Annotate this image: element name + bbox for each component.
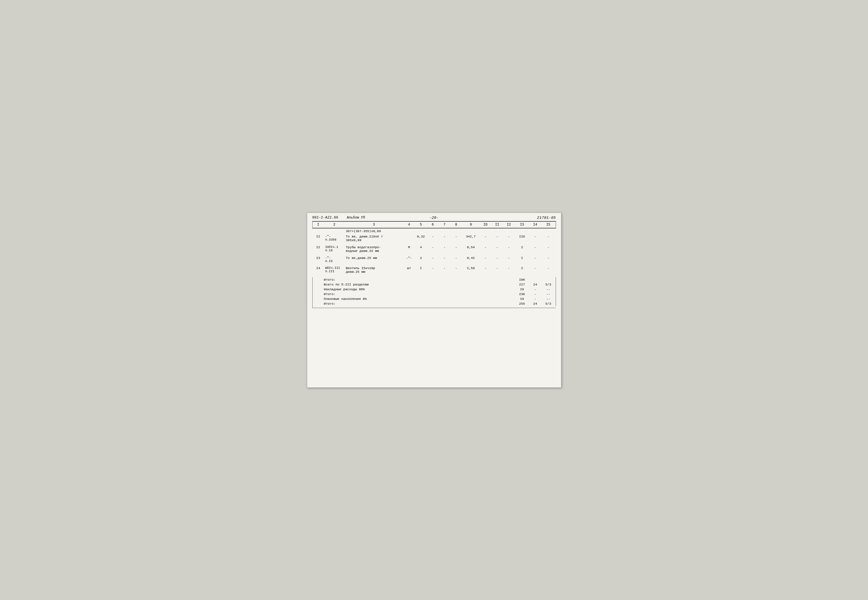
cell: То же, диам.219x6 т385x0,89 bbox=[345, 234, 403, 243]
cell: I,59 bbox=[462, 265, 480, 274]
col-header-11: II bbox=[491, 221, 503, 228]
cell: -"-п.3358 bbox=[324, 234, 345, 243]
cell: - bbox=[529, 265, 541, 274]
cell bbox=[324, 228, 345, 234]
cell bbox=[515, 228, 529, 234]
table-header-row: I 2 3 4 5 6 7 8 9 IO II I2 I3 I4 I5 bbox=[312, 221, 556, 228]
cell: - bbox=[450, 244, 462, 253]
summary-row-nakladnye: Накладные расходы 80% I9 - -- bbox=[312, 287, 556, 292]
summary-val-15: -- bbox=[541, 287, 556, 292]
cell bbox=[503, 228, 515, 234]
summary-val-13: 236 bbox=[515, 292, 529, 297]
summary-val-13: 255 bbox=[515, 301, 529, 306]
cell bbox=[312, 228, 324, 234]
summary-label: Итого: bbox=[312, 292, 515, 297]
col-header-5: 5 bbox=[415, 221, 427, 228]
cell: - bbox=[427, 234, 438, 243]
cell bbox=[462, 228, 480, 234]
header-left: 902-2-А22.86 Альбом УП bbox=[312, 216, 365, 220]
cell: То же,диам.25 мм bbox=[345, 255, 403, 264]
cell bbox=[491, 228, 503, 234]
cell bbox=[541, 228, 556, 234]
col-header-1: I bbox=[312, 221, 324, 228]
cell: - bbox=[427, 255, 438, 264]
cell: - bbox=[503, 255, 515, 264]
cell: Трубы водогазопро-водные диам.32 мм bbox=[345, 244, 403, 253]
cell: 2 bbox=[515, 244, 529, 253]
cell: - bbox=[541, 244, 556, 253]
col-header-9: 9 bbox=[462, 221, 480, 228]
table-bottom bbox=[312, 306, 556, 308]
cell: I bbox=[515, 255, 529, 264]
col-header-3: 3 bbox=[345, 221, 403, 228]
cell: - bbox=[503, 234, 515, 243]
summary-val-15: 5/3 bbox=[541, 301, 556, 306]
summary-val-14: 24 bbox=[529, 301, 541, 306]
cell: - bbox=[491, 244, 503, 253]
summary-row-itogo1: Итого: I86 bbox=[312, 277, 556, 282]
summary-val-14: - bbox=[529, 297, 541, 301]
cell: - bbox=[503, 265, 515, 274]
cell: - bbox=[491, 255, 503, 264]
cell: - bbox=[491, 234, 503, 243]
cell: Вентиль I5кч18рдиам.25 мм bbox=[345, 265, 403, 274]
col-header-10: IO bbox=[480, 221, 491, 228]
cell: - bbox=[529, 255, 541, 264]
bottom-border-row bbox=[312, 306, 556, 308]
cell: - bbox=[480, 244, 491, 253]
summary-label: Итого: bbox=[312, 277, 515, 282]
cell: - bbox=[439, 244, 450, 253]
table-body: 367+(367-355)x0,89 II bbox=[312, 228, 556, 308]
cell: 367+(367-355)x0,89 bbox=[345, 228, 403, 234]
page-number: -29- bbox=[430, 216, 438, 220]
cell: - bbox=[450, 265, 462, 274]
summary-val-14 bbox=[529, 277, 541, 282]
cell: - bbox=[450, 255, 462, 264]
cell: - bbox=[480, 265, 491, 274]
col-header-13: I3 bbox=[515, 221, 529, 228]
ref-number: 21701-05 bbox=[537, 216, 556, 220]
cell: - bbox=[480, 234, 491, 243]
main-table: I 2 3 4 5 6 7 8 9 IO II I2 I3 I4 I5 bbox=[312, 221, 556, 308]
cell-row-num: I2 bbox=[312, 244, 324, 253]
table-row: 367+(367-355)x0,89 bbox=[312, 228, 556, 234]
cell: I bbox=[415, 265, 427, 274]
cell bbox=[427, 228, 438, 234]
cell: - bbox=[541, 255, 556, 264]
cell: - bbox=[450, 234, 462, 243]
cell: -"-п.I5 bbox=[324, 255, 345, 264]
col-header-2: 2 bbox=[324, 221, 345, 228]
cell: - bbox=[427, 244, 438, 253]
cell: 4 bbox=[415, 244, 427, 253]
cell: - bbox=[439, 255, 450, 264]
col-header-4: 4 bbox=[403, 221, 415, 228]
cell: 2 bbox=[515, 265, 529, 274]
summary-val-15: -- bbox=[541, 297, 556, 301]
summary-row-vsego: Всего по П-III разделам 2I7 24 5/3 bbox=[312, 282, 556, 287]
cell: - bbox=[439, 265, 450, 274]
col-header-8: 8 bbox=[450, 221, 462, 228]
table-row: I3 -"-п.I5 То же,диам.25 мм -"- 2 - - - … bbox=[312, 255, 556, 264]
summary-val-15: -- bbox=[541, 292, 556, 297]
cell: - bbox=[541, 265, 556, 274]
spacer-row bbox=[312, 274, 556, 277]
summary-val-13: I9 bbox=[515, 287, 529, 292]
table-row: I2 IОбIч.1п.I6 Трубы водогазопро-водные … bbox=[312, 244, 556, 253]
cell bbox=[529, 228, 541, 234]
summary-row-itogo3: Итого: 255 24 5/3 bbox=[312, 301, 556, 306]
summary-label: Всего по П-III разделам bbox=[312, 282, 515, 287]
cell: ШбIч.IIIп.III bbox=[324, 265, 345, 274]
table-row: I4 ШбIч.IIIп.III Вентиль I5кч18рдиам.25 … bbox=[312, 265, 556, 274]
cell: - bbox=[529, 244, 541, 253]
cell bbox=[415, 228, 427, 234]
cell: - bbox=[480, 255, 491, 264]
cell bbox=[480, 228, 491, 234]
document-page: 902-2-А22.86 Альбом УП -29- 21701-05 I 2… bbox=[307, 213, 561, 388]
cell: - bbox=[541, 234, 556, 243]
cell: - bbox=[439, 234, 450, 243]
cell bbox=[403, 228, 415, 234]
summary-val-14: - bbox=[529, 287, 541, 292]
summary-val-15: 5/3 bbox=[541, 282, 556, 287]
col-header-7: 7 bbox=[439, 221, 450, 228]
cell: М bbox=[403, 244, 415, 253]
